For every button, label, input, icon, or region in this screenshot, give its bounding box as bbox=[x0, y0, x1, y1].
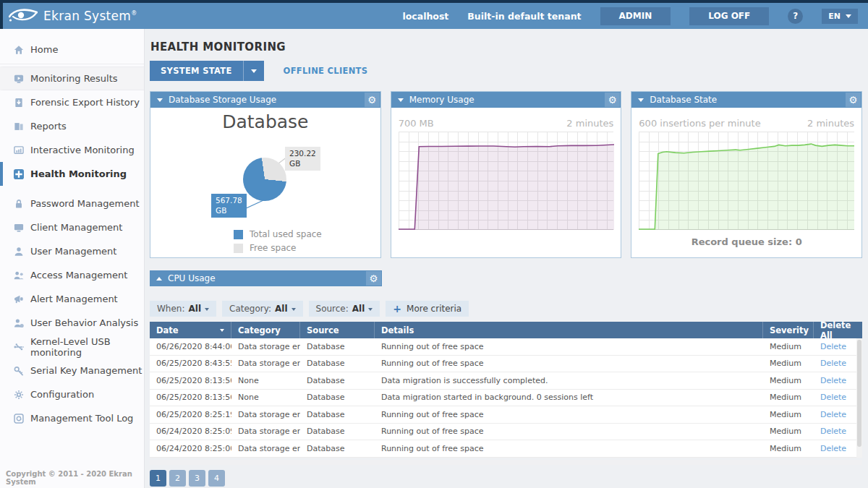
sidebar-item-interactive-monitoring[interactable]: Interactive Monitoring bbox=[0, 138, 144, 162]
scrollbar-thumb[interactable] bbox=[857, 340, 861, 447]
tabbar: SYSTEM STATEOFFLINE CLIENTS bbox=[150, 61, 862, 81]
column-header-category[interactable]: Category bbox=[231, 322, 300, 338]
delete-link[interactable]: Delete bbox=[820, 444, 846, 453]
delete-link[interactable]: Delete bbox=[820, 427, 846, 436]
copyright: Copyright © 2011 - 2020 Ekran System bbox=[6, 470, 144, 486]
cell-category: None bbox=[231, 376, 300, 385]
sort-desc-icon[interactable] bbox=[220, 329, 224, 334]
events-table: DateCategorySourceDetailsSeverityDelete … bbox=[150, 322, 862, 458]
collapse-icon[interactable] bbox=[638, 98, 644, 105]
panels-row: Database Storage Usage ⚙ Database 230.22… bbox=[150, 91, 862, 258]
delete-link[interactable]: Delete bbox=[820, 359, 846, 368]
filter-label: Source: bbox=[316, 304, 349, 314]
table-row[interactable]: 06/25/2020 8:13:56 pmNoneDatabaseData mi… bbox=[150, 372, 862, 390]
table-body: 06/26/2020 8:44:06 amData storage errorD… bbox=[150, 338, 862, 458]
admin-button[interactable]: ADMIN bbox=[600, 7, 671, 25]
sidebar-item-serial-key-management[interactable]: Serial Key Management bbox=[0, 359, 144, 382]
table-row[interactable]: 06/25/2020 8:25:19 amData storage errorD… bbox=[150, 406, 862, 424]
table-row[interactable]: 06/26/2020 8:44:06 amData storage errorD… bbox=[150, 338, 862, 356]
panel-title: Database State bbox=[650, 95, 717, 105]
cell-source: Database bbox=[300, 342, 375, 351]
panel-memory-usage: Memory Usage ⚙ 700 MB 2 minutes bbox=[391, 91, 622, 258]
sidebar-item-label: Monitoring Results bbox=[30, 73, 118, 84]
page-button-1[interactable]: 1 bbox=[150, 470, 166, 487]
filter-category-dropdown[interactable]: Category:All bbox=[222, 301, 303, 317]
column-header-source[interactable]: Source bbox=[300, 322, 375, 338]
sidebar-item-forensic-export-history[interactable]: Forensic Export History bbox=[0, 90, 144, 114]
tab-label: SYSTEM STATE bbox=[150, 61, 243, 81]
collapse-icon[interactable] bbox=[157, 98, 163, 105]
panel-header-memory-usage: Memory Usage ⚙ bbox=[391, 92, 621, 108]
sidebar-item-health-monitoring[interactable]: Health Monitoring bbox=[0, 162, 144, 186]
sidebar-item-alert-management[interactable]: Alert Management bbox=[0, 287, 144, 311]
column-header-delete-all[interactable]: Delete All bbox=[814, 322, 862, 338]
password-icon bbox=[13, 198, 24, 209]
help-icon[interactable]: ? bbox=[788, 9, 803, 24]
sidebar-item-password-management[interactable]: Password Management bbox=[0, 192, 144, 215]
legend-item: Total used space bbox=[234, 229, 380, 239]
sidebar-item-client-management[interactable]: Client Management bbox=[0, 215, 144, 239]
filter-value: All bbox=[352, 304, 365, 314]
sidebar-item-reports[interactable]: Reports bbox=[0, 114, 144, 138]
pie-chart: 230.22 GB 567.78 GB bbox=[150, 132, 380, 226]
page-button-2[interactable]: 2 bbox=[169, 470, 186, 487]
sidebar-item-user-management[interactable]: User Management bbox=[0, 239, 144, 263]
gear-icon[interactable]: ⚙ bbox=[605, 93, 620, 107]
delete-link[interactable]: Delete bbox=[820, 342, 846, 351]
filter-value: All bbox=[275, 304, 288, 314]
expand-icon[interactable] bbox=[156, 274, 162, 281]
table-vertical-scrollbar[interactable] bbox=[856, 338, 862, 458]
monitoring-results-icon bbox=[13, 73, 24, 84]
filter-source-dropdown[interactable]: Source:All bbox=[309, 301, 380, 317]
page-button-4[interactable]: 4 bbox=[208, 470, 225, 487]
more-criteria-button[interactable]: +More criteria bbox=[386, 301, 469, 317]
sidebar-item-access-management[interactable]: Access Management bbox=[0, 263, 144, 287]
horizontal-scrollbar-track[interactable] bbox=[150, 460, 862, 465]
sidebar-item-monitoring-results[interactable]: Monitoring Results bbox=[0, 67, 144, 90]
table-row[interactable]: 06/25/2020 8:13:56 pmNoneDatabaseData mi… bbox=[150, 390, 862, 407]
sidebar-item-management-tool-log[interactable]: Management Tool Log bbox=[0, 406, 144, 430]
filter-when-dropdown[interactable]: When:All bbox=[150, 301, 216, 317]
sidebar-item-kernel-level-usb-monitoring[interactable]: Kernel-Level USB monitoring bbox=[0, 335, 144, 359]
health-monitoring-icon bbox=[13, 168, 24, 179]
cell-severity: Medium bbox=[763, 376, 814, 385]
sidebar-item-label: User Behavior Analysis bbox=[30, 317, 138, 328]
tenant-label: Built-in default tenant bbox=[467, 11, 581, 22]
column-header-details[interactable]: Details bbox=[375, 322, 763, 338]
delete-link[interactable]: Delete bbox=[820, 410, 846, 419]
table-row[interactable]: 06/24/2020 8:25:00 amData storage errorD… bbox=[150, 440, 862, 458]
y-axis-max-label: 600 insertions per minute bbox=[639, 118, 760, 129]
table-row[interactable]: 06/24/2020 8:25:09 pmData storage errorD… bbox=[150, 424, 862, 441]
chevron-down-icon[interactable] bbox=[243, 61, 264, 81]
column-header-date[interactable]: Date bbox=[150, 322, 231, 338]
host-label: localhost bbox=[402, 11, 448, 22]
time-window-label: 2 minutes bbox=[807, 118, 854, 129]
logoff-button[interactable]: LOG OFF bbox=[689, 7, 769, 25]
column-header-severity[interactable]: Severity bbox=[763, 322, 814, 338]
table-row[interactable]: 06/25/2020 8:43:55 pmData storage errorD… bbox=[150, 356, 862, 373]
sidebar-item-home[interactable]: Home bbox=[0, 38, 144, 61]
panel-header-database-storage-usage: Database Storage Usage ⚙ bbox=[150, 92, 380, 108]
filter-label: When: bbox=[157, 304, 185, 314]
tab-system-state[interactable]: SYSTEM STATE bbox=[150, 61, 264, 81]
page-button-3[interactable]: 3 bbox=[189, 470, 205, 487]
cell-date: 06/25/2020 8:13:56 pm bbox=[150, 393, 231, 402]
collapse-icon[interactable] bbox=[398, 98, 404, 105]
sidebar-item-user-behavior-analysis[interactable]: User Behavior Analysis bbox=[0, 311, 144, 335]
delete-link[interactable]: Delete bbox=[820, 393, 846, 402]
cell-category: Data storage error bbox=[231, 342, 300, 351]
gear-icon[interactable]: ⚙ bbox=[365, 93, 380, 107]
cell-severity: Medium bbox=[763, 359, 814, 368]
cell-source: Database bbox=[300, 376, 375, 385]
cell-source: Database bbox=[300, 359, 375, 368]
gear-icon[interactable]: ⚙ bbox=[366, 271, 381, 286]
gear-icon[interactable]: ⚙ bbox=[846, 93, 861, 107]
language-dropdown[interactable]: EN bbox=[822, 9, 858, 24]
sidebar-item-configuration[interactable]: Configuration bbox=[0, 382, 144, 406]
tab-offline-clients[interactable]: OFFLINE CLIENTS bbox=[264, 61, 388, 81]
delete-link[interactable]: Delete bbox=[820, 376, 846, 385]
access-management-icon bbox=[13, 270, 24, 281]
cell-details: Running out of free space bbox=[375, 427, 763, 436]
cell-category: Data storage error bbox=[231, 410, 300, 419]
cell-details: Running out of free space bbox=[375, 342, 763, 351]
